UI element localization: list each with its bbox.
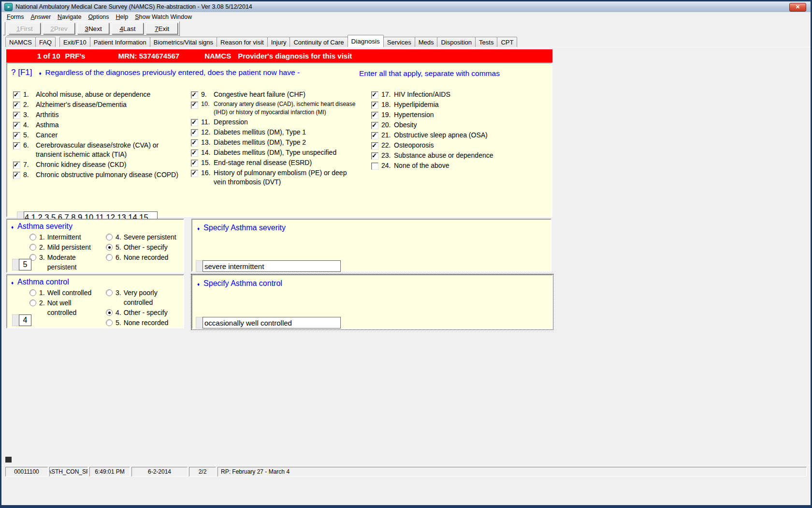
menu-bar: FormsAnswerNavigateOptionsHelpShow Watch… [1,12,811,22]
tab-disposition[interactable]: Disposition [437,37,476,47]
radio-option: 5. Other - specify [106,242,188,252]
checkbox-icon[interactable]: ✓ [371,132,378,139]
diagnosis-number: 10. [201,100,214,108]
check-mark-icon: ✓ [14,120,19,130]
diagnosis-number: 14. [201,148,214,157]
close-icon[interactable]: ✕ [789,3,806,12]
tab-bar: NAMCS FAQ Exit/F10 Patient Information B… [1,35,811,47]
checkbox-icon[interactable]: ✓ [13,102,20,109]
radio-icon[interactable] [29,289,36,296]
tab-cpt[interactable]: CPT [497,37,517,47]
field-handle [12,259,19,270]
radio-icon[interactable] [29,299,36,306]
checkbox-icon[interactable]: ✓ [191,119,198,126]
tab-meds[interactable]: Meds [415,37,438,47]
tab-tests[interactable]: Tests [475,37,497,47]
checkbox-icon[interactable]: ✓ [13,172,20,179]
checkbox-icon[interactable]: ✓ [191,170,198,177]
nav-button[interactable]: 7 Exit [146,23,178,34]
status-field: RP: February 27 - March 4 [218,467,807,477]
menu-item[interactable]: Forms [3,13,27,21]
radio-icon[interactable] [106,234,113,240]
checkbox-icon[interactable]: ✓ [191,139,198,147]
specify-severity-input[interactable] [203,260,341,272]
checkbox-icon[interactable]: ✓ [13,122,20,129]
control-value-box[interactable]: 4 [19,314,31,326]
tab-biometrics-vital-signs[interactable]: Biometrics/Vital signs [150,37,217,47]
radio-icon[interactable] [106,244,113,251]
asthma-severity-options: 1. Intermittent 2. Mild persistent 3. Mo… [29,232,188,272]
checkbox-icon[interactable]: ✓ [13,112,20,119]
diagnosis-label: Substance abuse or dependence [394,151,493,160]
nav-button[interactable]: 2 Prev [43,23,75,34]
check-mark-icon: ✓ [372,100,377,109]
radio-icon[interactable] [29,244,36,251]
help-link[interactable]: ? [F1] [11,68,32,77]
radio-icon[interactable] [106,319,113,326]
severity-value-box[interactable]: 5 [19,259,31,270]
menu-item[interactable]: Show Watch Window [131,13,195,21]
diagnosis-column-2: ✓ 9. Congestive heart failure (CHF) ✓ 10… [191,90,371,188]
menu-item[interactable]: Answer [27,13,54,21]
diagnosis-checkbox-grid: ✓ 1. Alcohol misuse, abuse or dependence… [13,90,545,188]
form-area: 1 of 10 PRF's MRN: 5374674567 NAMCS Prov… [1,47,811,465]
diagnosis-label: Chronic kidney disease (CKD) [36,160,127,169]
checkbox-icon[interactable]: ✓ [191,160,198,167]
menu-item[interactable]: Options [85,13,112,21]
option-number: 5. [116,318,121,328]
diagnosis-item: ✓ 24. None of the above [371,161,545,170]
checkbox-icon[interactable]: ✓ [371,102,378,109]
checkbox-icon[interactable]: ✓ [371,163,378,170]
specify-control-input[interactable] [203,317,341,329]
nav-button[interactable]: 1 First [9,23,41,34]
diagnosis-number: 22. [381,141,394,150]
section-title: Asthma control [17,278,69,286]
tab-patient-information[interactable]: Patient Information [90,37,150,47]
diagnosis-number: 9. [201,90,214,99]
checkbox-icon[interactable]: ✓ [13,162,20,169]
checkbox-icon[interactable]: ✓ [371,91,378,99]
checkbox-icon[interactable]: ✓ [13,142,20,149]
checkbox-icon[interactable]: ✓ [191,102,198,109]
checkbox-icon[interactable]: ✓ [371,152,378,160]
tab-reason-for-visit[interactable]: Reason for visit [217,37,268,47]
checkbox-icon[interactable]: ✓ [371,122,378,129]
window-title: National Ambulatory Medical Care Survey … [15,3,252,10]
radio-icon[interactable] [106,309,113,316]
radio-option: 4. Other - specify [106,308,188,317]
diagnosis-label: Alzheimer's disease/Dementia [36,100,127,109]
diagnosis-number: 20. [381,120,394,130]
nav-button[interactable]: 3 Next [77,23,109,34]
radio-icon[interactable] [106,289,113,296]
diagnosis-number: 7. [23,160,36,169]
check-mark-icon: ✓ [14,100,19,109]
checkbox-icon[interactable]: ✓ [191,91,198,99]
checkbox-icon[interactable]: ✓ [371,112,378,119]
checkbox-icon[interactable]: ✓ [191,129,198,136]
nav-button[interactable]: 4 Last [112,23,144,34]
toolbar-grip[interactable] [3,22,5,35]
checkbox-icon[interactable]: ✓ [371,142,378,149]
option-label: Moderate persistent [47,253,99,272]
check-mark-icon: ✓ [14,160,19,169]
tab-faq[interactable]: FAQ [35,37,56,47]
checkbox-icon[interactable]: ✓ [191,149,198,157]
tab-continuity-of-care[interactable]: Continuity of Care [290,37,348,47]
tab-services[interactable]: Services [383,37,415,47]
checkbox-icon[interactable]: ✓ [13,132,20,139]
tab-diagnosis[interactable]: Diagnosis [348,35,384,47]
tab-injury[interactable]: Injury [267,37,290,47]
menu-item[interactable]: Help [113,13,132,21]
tab-exit-f10[interactable]: Exit/F10 [59,37,90,47]
severity-options-column-2: 4. Severe persistent 5. Other - specify … [106,232,188,272]
check-mark-icon: ✓ [191,138,197,147]
check-mark-icon: ✓ [14,170,19,179]
menu-item[interactable]: Navigate [54,13,85,21]
tab-namcs[interactable]: NAMCS [5,37,36,47]
checkbox-icon[interactable]: ✓ [13,91,20,99]
diagnosis-item: ✓ 5. Cancer [13,131,191,140]
diagnosis-item: ✓ 22. Osteoporosis [371,141,545,150]
radio-icon[interactable] [29,234,36,240]
diagnosis-label: HIV Infection/AIDS [394,90,450,99]
radio-icon[interactable] [106,254,113,261]
